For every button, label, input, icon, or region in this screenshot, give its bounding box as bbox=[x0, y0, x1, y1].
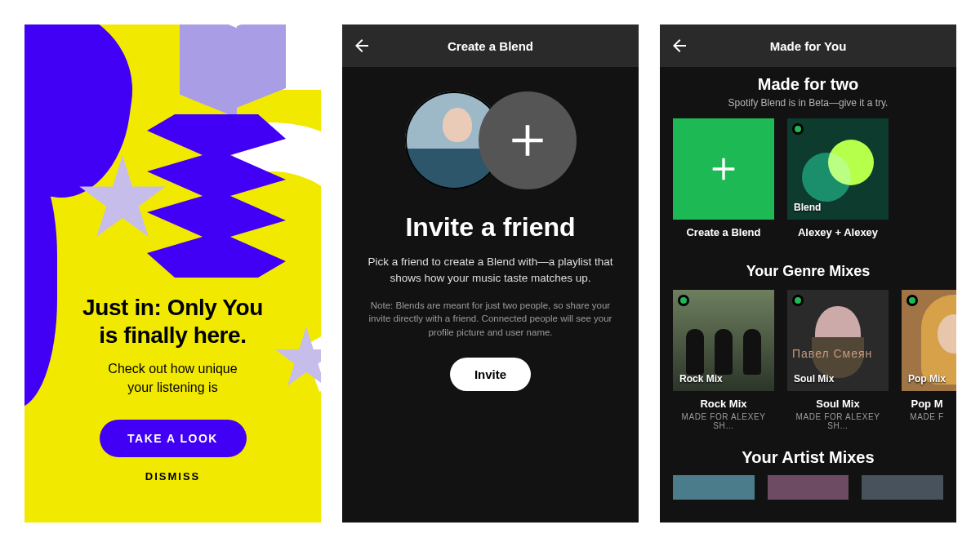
decorative-shape bbox=[180, 24, 237, 118]
blend-tile[interactable]: Blend Alexey + Alexey bbox=[787, 118, 889, 238]
made-for-two-row: Create a Blend Blend Alexey + Alexey bbox=[660, 109, 956, 238]
tile-caption: Soul Mix bbox=[787, 398, 889, 410]
take-a-look-button[interactable]: TAKE A LOOK bbox=[100, 420, 247, 457]
artist-mix-tile[interactable] bbox=[768, 475, 849, 500]
tile-subcaption: MADE FOR ALEXEY SH… bbox=[673, 412, 774, 430]
create-blend-screen: Create a Blend Invite a friend Pick a fr… bbox=[342, 24, 639, 523]
tile-caption: Pop M bbox=[902, 398, 952, 410]
tile-art: Pop Mix bbox=[902, 290, 956, 391]
tile-art: Blend bbox=[787, 118, 889, 220]
avatar-pair bbox=[405, 91, 577, 198]
spotify-badge-icon bbox=[906, 295, 918, 306]
back-button[interactable] bbox=[670, 36, 689, 56]
section-subtitle-made-for-two: Spotify Blend is in Beta—give it a try. bbox=[660, 97, 956, 109]
page-title: Create a Blend bbox=[448, 39, 533, 53]
only-you-promo-screen: Just in: Only You is finally here. Check… bbox=[24, 24, 321, 523]
create-blend-tile[interactable]: Create a Blend bbox=[673, 118, 774, 238]
section-title-made-for-two: Made for two bbox=[660, 75, 956, 94]
invite-body: Pick a friend to create a Blend with—a p… bbox=[342, 254, 639, 287]
artist-mixes-row[interactable] bbox=[660, 467, 956, 500]
plus-icon bbox=[707, 153, 740, 185]
genre-mix-tile-pop[interactable]: Pop Mix Pop M MADE F bbox=[902, 290, 952, 430]
decorative-shape bbox=[681, 322, 766, 375]
section-title-genre-mixes: Your Genre Mixes bbox=[660, 263, 956, 280]
spotify-badge-icon bbox=[792, 295, 804, 306]
decorative-text: Павел Смеян bbox=[792, 347, 872, 360]
top-bar: Create a Blend bbox=[342, 24, 639, 67]
plus-icon bbox=[505, 118, 550, 163]
tile-caption: Alexey + Alexey bbox=[787, 226, 889, 238]
arrow-left-icon bbox=[352, 36, 372, 56]
promo-title-line1: Just in: Only You bbox=[82, 295, 263, 320]
tile-overlay-label: Blend bbox=[794, 202, 821, 213]
decorative-shape bbox=[802, 153, 851, 202]
dismiss-button[interactable]: DISMISS bbox=[49, 470, 296, 483]
genre-mixes-section: Your Genre Mixes Rock Mix Rock Mix MADE … bbox=[660, 263, 956, 430]
decorative-shape bbox=[237, 24, 286, 108]
tile-overlay-label: Rock Mix bbox=[679, 373, 723, 385]
section-title-artist-mixes: Your Artist Mixes bbox=[660, 448, 956, 467]
artist-mixes-section: Your Artist Mixes bbox=[660, 448, 956, 500]
genre-mix-tile-soul[interactable]: Павел Смеян Soul Mix Soul Mix MADE FOR A… bbox=[787, 290, 889, 430]
made-for-you-screen: Made for You Made for two Spotify Blend … bbox=[660, 24, 956, 523]
spotify-badge-icon bbox=[678, 295, 689, 306]
tile-overlay-label: Pop Mix bbox=[908, 373, 946, 385]
tile-overlay-label: Soul Mix bbox=[794, 373, 834, 385]
tile-art: Rock Mix bbox=[673, 290, 774, 391]
spotify-badge-icon bbox=[792, 123, 804, 135]
add-friend-button[interactable] bbox=[479, 91, 577, 189]
promo-title: Just in: Only You is finally here. bbox=[49, 294, 296, 349]
page-title: Made for You bbox=[770, 39, 847, 53]
three-screen-showcase: Just in: Only You is finally here. Check… bbox=[0, 0, 980, 547]
tile-caption: Create a Blend bbox=[673, 226, 774, 238]
invite-heading: Invite a friend bbox=[342, 212, 639, 242]
invite-button[interactable]: Invite bbox=[450, 358, 531, 391]
artist-mix-tile[interactable] bbox=[673, 475, 755, 500]
artist-mix-tile[interactable] bbox=[862, 475, 943, 500]
genre-mixes-row[interactable]: Rock Mix Rock Mix MADE FOR ALEXEY SH… Па… bbox=[660, 280, 956, 430]
top-bar: Made for You bbox=[660, 24, 956, 67]
tile-caption: Rock Mix bbox=[673, 398, 774, 410]
tile-subcaption: MADE FOR ALEXEY SH… bbox=[787, 412, 889, 430]
promo-title-line2: is finally here. bbox=[99, 322, 246, 348]
promo-sub-line1: Check out how unique bbox=[108, 362, 237, 376]
tile-art: Павел Смеян Soul Mix bbox=[787, 290, 889, 391]
promo-subtitle: Check out how unique your listening is bbox=[49, 360, 296, 397]
genre-mix-tile-rock[interactable]: Rock Mix Rock Mix MADE FOR ALEXEY SH… bbox=[673, 290, 774, 430]
invite-note: Note: Blends are meant for just two peop… bbox=[342, 299, 639, 340]
back-button[interactable] bbox=[352, 36, 372, 56]
arrow-left-icon bbox=[670, 36, 689, 56]
promo-sub-line2: your listening is bbox=[127, 380, 217, 394]
tile-subcaption: MADE F bbox=[902, 412, 952, 421]
tile-art bbox=[673, 118, 774, 220]
promo-copy: Just in: Only You is finally here. Check… bbox=[24, 294, 321, 483]
